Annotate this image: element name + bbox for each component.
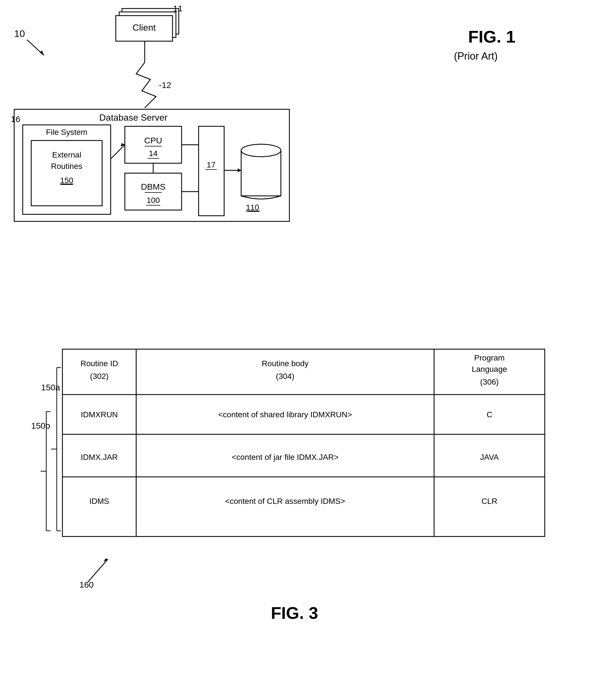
dbms-label: DBMS — [141, 182, 166, 191]
label-160: 160 — [79, 580, 93, 589]
db-cylinder-top — [241, 144, 281, 157]
db-server-label: Database Server — [99, 112, 167, 123]
label-110: 110 — [246, 203, 259, 212]
svg-marker-1 — [40, 50, 44, 55]
row1-lang: C — [486, 410, 492, 419]
col-header-3c: (306) — [480, 378, 499, 386]
db-cylinder-body — [241, 150, 281, 196]
client-label: Client — [133, 22, 156, 33]
col-header-1: Routine ID — [80, 359, 118, 368]
col-header-2b: (304) — [276, 372, 294, 381]
label-150b: 150b — [31, 421, 50, 430]
fig1-title: FIG. 1 — [468, 27, 516, 46]
ext-routines-text2: Routines — [51, 162, 82, 171]
cpu-id: 14 — [149, 149, 158, 158]
file-system-label: File System — [46, 128, 87, 137]
table-outer — [62, 349, 545, 537]
cpu-label: CPU — [144, 136, 162, 145]
row3-id: IDMS — [89, 497, 109, 506]
col-header-1b: (302) — [90, 372, 109, 381]
col-header-3b: Language — [472, 365, 507, 374]
ext-routines-id: 150 — [60, 176, 73, 185]
row3-lang: CLR — [481, 497, 498, 506]
fig3-title: FIG. 3 — [271, 603, 318, 622]
bus-label: 17 — [207, 160, 215, 169]
row3-body: <content of CLR assembly IDMS> — [225, 497, 345, 506]
col-header-2: Routine body — [261, 359, 309, 368]
row2-lang: JAVA — [480, 453, 499, 461]
row1-id: IDMXRUN — [81, 410, 118, 419]
svg-line-29 — [88, 559, 108, 582]
col-header-3: Program — [474, 354, 505, 362]
row2-id: IDMX.JAR — [81, 453, 118, 461]
label-10: 10 — [14, 28, 25, 39]
label-150a: 150a — [41, 383, 60, 392]
label-16: 16 — [11, 114, 20, 124]
label-11: 11 — [173, 4, 182, 13]
dbms-id: 100 — [147, 196, 160, 205]
row2-body: <content of jar file IDMX.JAR> — [232, 453, 339, 461]
row1-body: <content of shared library IDMXRUN> — [218, 410, 352, 419]
bus-box — [199, 126, 224, 216]
label-12: -12 — [159, 80, 171, 90]
fig1-subtitle: (Prior Art) — [454, 50, 498, 62]
ext-routines-text: External — [52, 150, 81, 159]
